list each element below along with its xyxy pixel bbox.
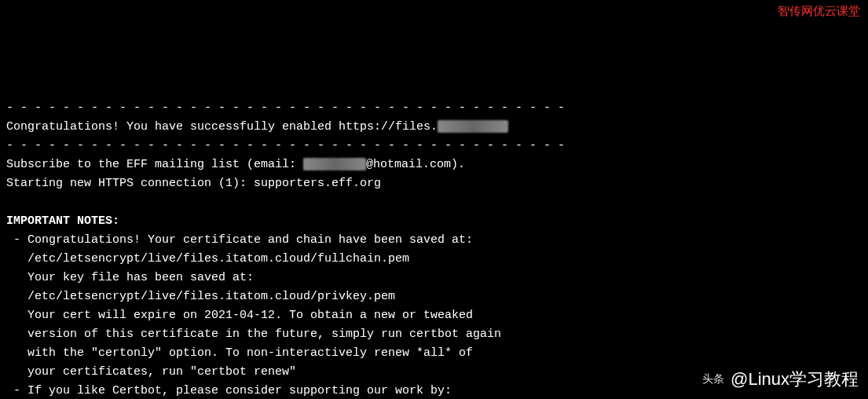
subscribe-text-prefix: Subscribe to the EFF mailing list (email… [6, 158, 303, 171]
note-line: - Congratulations! Your certificate and … [6, 233, 473, 247]
separator-line: - - - - - - - - - - - - - - - - - - - - … [6, 139, 565, 152]
terminal-output: - - - - - - - - - - - - - - - - - - - - … [6, 80, 862, 399]
redacted-domain: xxxxxx [438, 120, 508, 133]
watermark-bottom: 头条 @Linux学习教程 [702, 365, 859, 393]
watermark-handle: @Linux学习教程 [731, 365, 859, 393]
note-line: your certificates, run "certbot renew" [6, 365, 296, 379]
https-connection-text: Starting new HTTPS connection (1): suppo… [6, 177, 381, 190]
note-line: with the "certonly" option. To non-inter… [6, 346, 473, 360]
redacted-email: xxxxx [303, 158, 366, 170]
congrats-text: Congratulations! You have successfully e… [6, 120, 438, 134]
watermark-source: 头条 [702, 370, 724, 387]
separator-line: - - - - - - - - - - - - - - - - - - - - … [6, 101, 565, 115]
note-line: version of this certificate in the futur… [6, 328, 501, 341]
privkey-path: /etc/letsencrypt/live/files.itatom.cloud… [6, 290, 395, 303]
note-line: - If you like Certbot, please consider s… [6, 384, 452, 397]
watermark-top: 智传网优云课堂 [778, 2, 860, 20]
important-notes-heading: IMPORTANT NOTES: [6, 214, 119, 228]
note-line: Your key file has been saved at: [6, 271, 254, 284]
fullchain-path: /etc/letsencrypt/live/files.itatom.cloud… [6, 252, 409, 265]
note-line: Your cert will expire on 2021-04-12. To … [6, 309, 473, 322]
subscribe-text-suffix: @hotmail.com). [366, 158, 465, 171]
